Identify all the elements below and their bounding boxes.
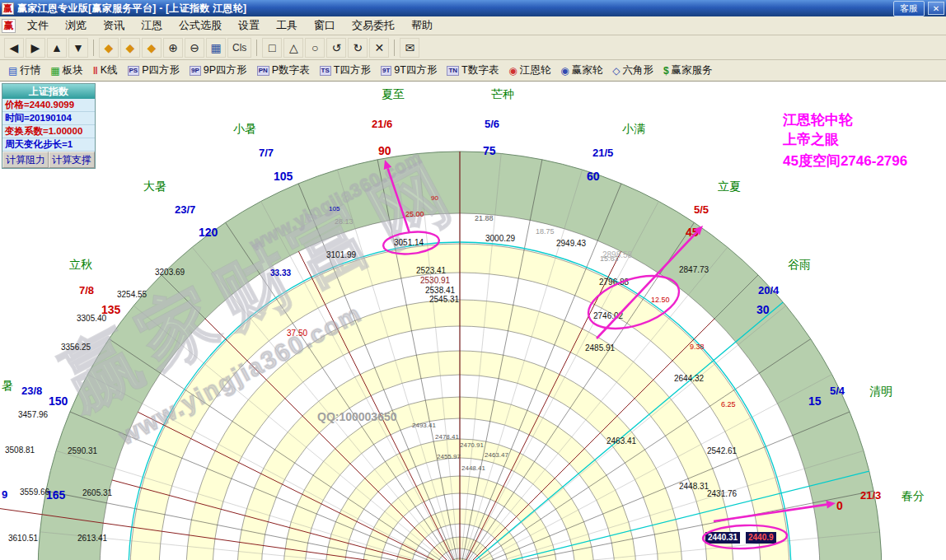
t-number-table-icon: TN (447, 66, 459, 76)
wheel-label: 3254.55 (117, 291, 147, 299)
forward-icon[interactable]: ▶ (26, 38, 45, 58)
wheel-label: 45度空间2746-2796 (783, 154, 907, 168)
customer-service-button[interactable]: 客服 (893, 1, 925, 16)
toolbar-item-9p-square[interactable]: 9P9P四方形 (185, 61, 252, 80)
panel-row-0: 价格=2440.9099 (2, 99, 95, 112)
toolbar-item-sectors[interactable]: ▦板块 (45, 61, 87, 80)
wheel-label: 2644.32 (674, 375, 704, 383)
gann-diamond-3-icon[interactable]: ◆ (142, 38, 162, 58)
toolbar-item-t-square[interactable]: TST四方形 (315, 61, 376, 80)
menu-item-8[interactable]: 交易委托 (344, 16, 403, 35)
highlighted-price-box: 2440.9 (746, 532, 776, 544)
window-title: 赢家江恩专业版[赢家服务平台] - [上证指数 江恩轮] (17, 2, 890, 16)
menu-item-7[interactable]: 窗口 (306, 16, 344, 35)
gann-diamond-2-icon[interactable]: ◆ (120, 38, 140, 58)
toolbar-item-winner-wheel[interactable]: ◉赢家轮 (555, 61, 607, 80)
circle-tool-icon[interactable]: ○ (305, 38, 325, 58)
toolbar-item-9t-square[interactable]: 9T9T四方形 (376, 61, 442, 80)
wheel-label: 150 (49, 395, 68, 407)
wheel-label: 2949.43 (556, 240, 586, 248)
wheel-label: 3203.69 (155, 268, 185, 277)
t-number-table-label: T数字表 (461, 63, 499, 77)
toolbar-item-kline[interactable]: ‖K线 (88, 61, 123, 80)
wheel-label: 2746.02 (593, 312, 623, 320)
back-icon[interactable]: ◀ (4, 38, 24, 58)
wheel-label: 大暑 (143, 180, 166, 192)
wheel-label: 清明 (869, 385, 892, 397)
9t-square-icon: 9T (381, 66, 391, 76)
wheel-label: 45 (686, 226, 699, 238)
rect-tool-icon[interactable]: □ (262, 38, 282, 58)
zoom-out-icon[interactable]: ⊖ (185, 38, 204, 58)
rotate-cw-icon[interactable]: ↻ (348, 38, 368, 58)
menu-item-1[interactable]: 浏览 (57, 16, 95, 35)
rotate-ccw-icon[interactable]: ↺ (326, 38, 346, 58)
clear-button[interactable]: Cls (227, 38, 251, 58)
wheel-label: 2455.97 (437, 454, 461, 460)
wheel-label: 3000.29 (485, 235, 515, 243)
wheel-label: 江恩轮中轮 (783, 113, 853, 127)
toolbar-item-t-number-table[interactable]: TNT数字表 (442, 61, 503, 80)
wheel-label: 5/6 (485, 119, 499, 129)
toolbar-main: ◀▶▲▼◆◆◆⊕⊖▦Cls□△○↺↻✕✉ (0, 35, 946, 60)
panel-button-1[interactable]: 计算支撑 (49, 152, 95, 168)
menu-item-2[interactable]: 资讯 (95, 16, 133, 35)
wheel-label: 0 (836, 500, 843, 511)
kline-icon: ‖ (93, 65, 98, 77)
gann-wheel-icon: ◉ (508, 65, 517, 77)
wheel-label: 7/7 (259, 147, 274, 158)
winner-service-icon: $ (663, 65, 669, 77)
panel-rows: 价格=2440.9099时间=20190104变换系数=1.00000周天变化步… (2, 99, 95, 152)
chart-area: 赢家财富网www.yingjia360.comwww.yingjia360.co… (0, 82, 946, 560)
down-icon[interactable]: ▼ (68, 38, 88, 58)
wheel-label: 9 (2, 489, 7, 500)
wheel-label: 3508.81 (5, 446, 35, 455)
wheel-label: 105 (329, 206, 340, 212)
winner-wheel-label: 赢家轮 (572, 63, 603, 77)
menu-item-5[interactable]: 设置 (230, 16, 268, 35)
toolbar-separator (256, 40, 257, 56)
toolbar-item-quotes[interactable]: ▤行情 (3, 61, 45, 80)
wheel-label: 芒种 (491, 88, 514, 100)
wheel-label: 105 (274, 170, 293, 182)
menu-item-4[interactable]: 公式选股 (171, 16, 230, 35)
up-icon[interactable]: ▲ (47, 38, 67, 58)
wheel-label: 3356.25 (61, 343, 91, 352)
gann-diamond-1-icon[interactable]: ◆ (99, 38, 119, 58)
wheel-label: QQ:100003650 (317, 411, 397, 422)
toolbar-item-hexagon[interactable]: ◇六角形 (607, 61, 658, 80)
quotes-icon: ▤ (8, 65, 17, 77)
wheel-label: 2470.91 (460, 442, 484, 449)
toolbar-item-winner-service[interactable]: $赢家服务 (658, 61, 718, 80)
close-button[interactable]: ✕ (928, 2, 944, 15)
toolbar-item-p-number-table[interactable]: PNP数字表 (252, 61, 315, 80)
wheel-label: 2448.31 (679, 483, 709, 491)
wheel-labels-layer: 赢家财富网www.yingjia360.comwww.yingjia360.co… (0, 82, 946, 560)
triangle-tool-icon[interactable]: △ (283, 38, 303, 58)
panel-button-0[interactable]: 计算阻力 (2, 152, 49, 168)
wheel-label: 2493.41 (412, 422, 436, 429)
wheel-label: 3305.40 (77, 315, 106, 323)
toolbar-item-p-square[interactable]: PSP四方形 (123, 61, 185, 80)
wheel-label: 上帝之眼 (783, 133, 839, 147)
wheel-label: 90 (431, 195, 438, 202)
wheel-label: 2523.41 (416, 267, 446, 275)
wheel-label: 2796.88 (599, 278, 629, 287)
panel-row-2: 变换系数=1.00000 (2, 125, 95, 138)
grid-view-icon[interactable]: ▦ (206, 38, 226, 58)
wheel-label: 2463.47 (485, 452, 508, 459)
t-square-label: T四方形 (334, 63, 371, 77)
menu-item-0[interactable]: 文件 (19, 16, 57, 35)
menu-item-3[interactable]: 江恩 (133, 16, 171, 35)
p-number-table-label: P数字表 (272, 63, 310, 77)
wheel-label: 3610.51 (8, 534, 38, 543)
wheel-label: 7/8 (79, 285, 94, 296)
menu-item-9[interactable]: 帮助 (403, 16, 441, 35)
zoom-in-icon[interactable]: ⊕ (163, 38, 183, 58)
panel-row-3: 周天变化步长=1 (2, 138, 95, 152)
menu-item-6[interactable]: 工具 (268, 16, 306, 35)
message-icon[interactable]: ✉ (400, 38, 419, 58)
toolbar-item-gann-wheel[interactable]: ◉江恩轮 (503, 61, 555, 80)
wheel-label: 暑 (2, 380, 13, 391)
delete-tool-icon[interactable]: ✕ (369, 38, 389, 58)
